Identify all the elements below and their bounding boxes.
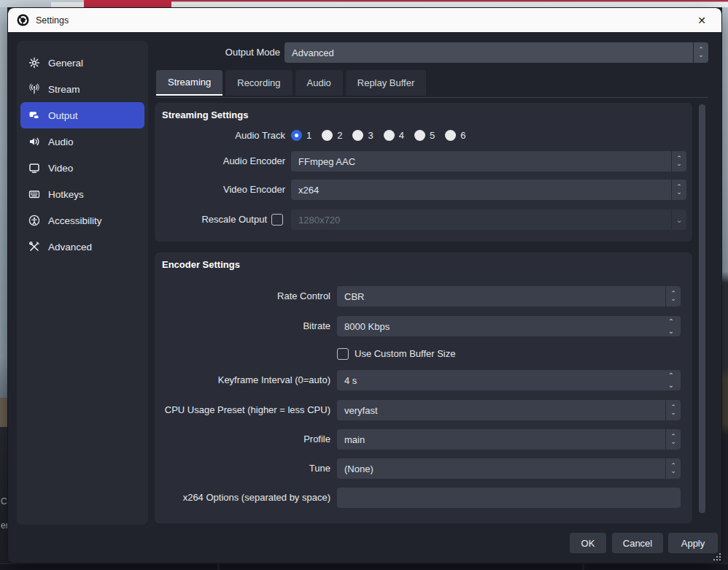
radio-label: 3 xyxy=(368,130,373,141)
apply-button[interactable]: Apply xyxy=(668,533,718,553)
tools-icon xyxy=(28,241,40,253)
speaker-icon xyxy=(28,136,40,148)
tab-replay-buffer[interactable]: Replay Buffer xyxy=(346,70,427,96)
audio-encoder-label: Audio Encoder xyxy=(155,151,285,172)
output-mode-select[interactable]: Advanced ⌃⌄ xyxy=(284,42,708,63)
tab-label: Audio xyxy=(307,77,331,88)
keyframe-interval-value: 4 s xyxy=(337,375,357,386)
radio-label: 4 xyxy=(399,130,404,141)
sidebar-item-label: Audio xyxy=(48,136,74,147)
sidebar-item-general[interactable]: General xyxy=(20,50,144,76)
tab-separator xyxy=(156,97,708,98)
audio-track-option-4[interactable]: 4 xyxy=(384,130,404,141)
tab-recording[interactable]: Recording xyxy=(225,70,292,96)
dialog-title: Settings xyxy=(36,15,69,26)
radio-icon[interactable] xyxy=(384,130,395,141)
broadcast-icon xyxy=(28,83,40,96)
video-encoder-label: Video Encoder xyxy=(155,180,285,200)
video-encoder-select[interactable]: x264 ⌃⌄ xyxy=(291,180,686,200)
rate-control-label: Rate Control xyxy=(155,286,330,307)
sidebar-item-hotkeys[interactable]: Hotkeys xyxy=(20,181,144,207)
spinner-arrows-icon[interactable]: ⌃⌄ xyxy=(665,429,681,450)
audio-track-option-1[interactable]: 1 xyxy=(291,130,311,141)
sidebar-item-label: Stream xyxy=(48,84,80,95)
settings-sidebar: General Stream Output xyxy=(17,41,148,525)
keyframe-interval-label: Keyframe Interval (0=auto) xyxy=(155,370,330,390)
streaming-settings-section: Streaming Settings Audio Track 1 2 3 4 5 xyxy=(155,103,692,242)
chevron-down-icon[interactable]: ⌄ xyxy=(671,209,686,230)
cpu-preset-label: CPU Usage Preset (higher = less CPU) xyxy=(155,400,330,420)
sidebar-item-accessibility[interactable]: Accessibility xyxy=(20,207,144,234)
rate-control-value: CBR xyxy=(337,291,364,302)
tab-streaming[interactable]: Streaming xyxy=(156,70,222,96)
sidebar-item-label: Hotkeys xyxy=(48,189,84,200)
output-tabs: Streaming Recording Audio Replay Buffer xyxy=(156,70,426,96)
resize-grip[interactable] xyxy=(713,552,721,561)
vertical-scrollbar[interactable] xyxy=(699,104,705,513)
radio-icon[interactable] xyxy=(352,130,363,141)
tab-label: Replay Buffer xyxy=(357,77,415,88)
spinner-arrows-icon[interactable]: ⌃⌄ xyxy=(662,316,681,336)
audio-track-option-2[interactable]: 2 xyxy=(322,130,342,141)
custom-buffer-label: Use Custom Buffer Size xyxy=(355,348,455,360)
audio-track-label: Audio Track xyxy=(155,128,285,143)
accessibility-icon xyxy=(28,215,40,227)
rescale-output-label: Rescale Output xyxy=(155,209,267,230)
radio-icon[interactable] xyxy=(445,130,456,141)
section-title: Encoder Settings xyxy=(162,259,240,270)
bitrate-spinbox[interactable]: 8000 Kbps ⌃⌄ xyxy=(337,316,681,336)
bitrate-label: Bitrate xyxy=(155,316,330,336)
profile-select[interactable]: main ⌃⌄ xyxy=(337,429,681,450)
cancel-button[interactable]: Cancel xyxy=(612,533,663,553)
sidebar-item-video[interactable]: Video xyxy=(20,155,144,181)
sidebar-item-stream[interactable]: Stream xyxy=(20,76,144,102)
monitor-icon xyxy=(28,162,40,174)
tab-label: Streaming xyxy=(168,77,211,88)
x264-options-input[interactable] xyxy=(337,488,681,508)
background-text-fragment: er xyxy=(1,520,7,531)
radio-selected-icon[interactable] xyxy=(291,130,302,141)
rescale-output-checkbox[interactable] xyxy=(271,214,283,226)
radio-icon[interactable] xyxy=(322,130,333,141)
sidebar-item-audio[interactable]: Audio xyxy=(20,128,144,155)
spinner-arrows-icon[interactable]: ⌃⌄ xyxy=(665,458,681,479)
audio-track-option-5[interactable]: 5 xyxy=(414,130,435,141)
spinner-arrows-icon[interactable]: ⌃⌄ xyxy=(671,180,686,200)
titlebar[interactable]: Settings ✕ xyxy=(8,8,721,32)
audio-track-option-3[interactable]: 3 xyxy=(352,130,373,141)
tab-audio[interactable]: Audio xyxy=(295,70,343,96)
radio-label: 2 xyxy=(337,130,342,141)
rate-control-select[interactable]: CBR ⌃⌄ xyxy=(337,286,681,307)
keyframe-interval-spinbox[interactable]: 4 s ⌃⌄ xyxy=(337,370,681,390)
settings-dialog: Settings ✕ General Stream xyxy=(7,7,722,563)
sidebar-item-label: Advanced xyxy=(48,242,92,253)
ok-button[interactable]: OK xyxy=(570,533,606,553)
sidebar-item-label: General xyxy=(48,58,83,69)
output-icon xyxy=(28,109,40,122)
spinner-arrows-icon[interactable]: ⌃⌄ xyxy=(665,400,681,420)
encoder-settings-section: Encoder Settings Rate Control CBR ⌃⌄ Bit… xyxy=(155,253,692,523)
sidebar-item-advanced[interactable]: Advanced xyxy=(20,234,144,260)
audio-encoder-select[interactable]: FFmpeg AAC ⌃⌄ xyxy=(291,151,686,172)
profile-label: Profile xyxy=(155,429,330,450)
sidebar-item-output[interactable]: Output xyxy=(20,102,144,128)
audio-track-option-6[interactable]: 6 xyxy=(445,130,465,141)
sidebar-item-label: Accessibility xyxy=(48,215,102,226)
rescale-resolution-select[interactable]: 1280x720 ⌄ xyxy=(291,209,686,230)
background-text-fragment: Ca xyxy=(1,496,7,507)
spinner-arrows-icon[interactable]: ⌃⌄ xyxy=(662,370,681,390)
spinner-arrows-icon[interactable]: ⌃⌄ xyxy=(665,286,681,307)
x264-options-label: x264 Options (separated by space) xyxy=(155,488,330,508)
tune-select[interactable]: (None) ⌃⌄ xyxy=(337,458,681,479)
radio-icon[interactable] xyxy=(414,130,425,141)
tune-value: (None) xyxy=(337,463,373,474)
cpu-preset-select[interactable]: veryfast ⌃⌄ xyxy=(337,400,681,420)
close-button[interactable]: ✕ xyxy=(691,11,713,30)
background-divider xyxy=(582,564,584,570)
spinner-arrows-icon[interactable]: ⌃⌄ xyxy=(693,42,708,63)
bitrate-value: 8000 Kbps xyxy=(337,321,390,332)
custom-buffer-checkbox[interactable] xyxy=(337,348,349,360)
background-divider xyxy=(217,564,220,570)
spinner-arrows-icon[interactable]: ⌃⌄ xyxy=(671,151,686,172)
radio-label: 6 xyxy=(460,130,465,141)
